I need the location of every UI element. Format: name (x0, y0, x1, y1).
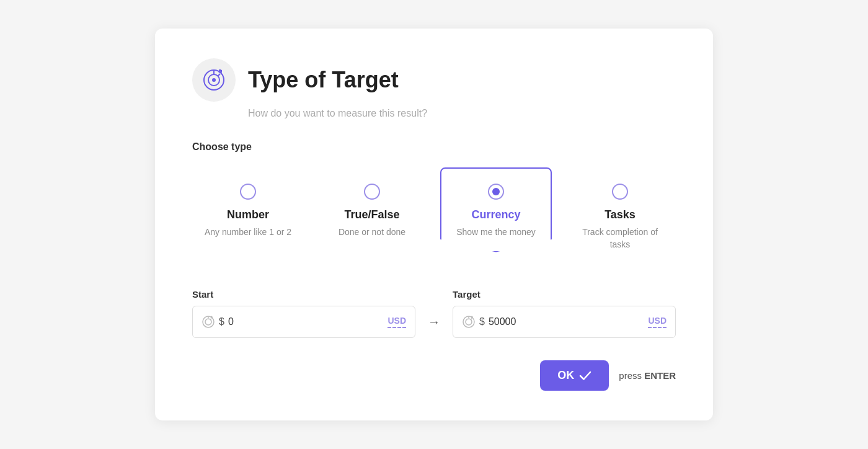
type-card-tasks[interactable]: Tasks Track completion of tasks (564, 167, 676, 264)
start-label: Start (192, 289, 415, 300)
type-desc-currency: Show me the money (456, 226, 536, 239)
start-input-group: Start $ USD (192, 289, 415, 338)
target-icon (203, 69, 225, 91)
type-name-number: Number (227, 208, 269, 221)
press-label: press (619, 370, 644, 381)
type-desc-truefalse: Done or not done (339, 226, 405, 239)
start-dollar: $ (219, 316, 224, 327)
target-input-box: $ USD (453, 306, 676, 338)
page-subtitle: How do you want to measure this result? (248, 108, 676, 119)
radio-currency-inner (492, 188, 500, 195)
inputs-row: Start $ USD → Target (192, 289, 676, 338)
target-currency[interactable]: USD (648, 316, 666, 328)
start-icon (202, 315, 215, 329)
page-title: Type of Target (248, 67, 399, 93)
radio-number (240, 184, 256, 200)
type-card-currency[interactable]: Currency Show me the money (440, 167, 552, 252)
target-input-group: Target $ USD (453, 289, 676, 338)
enter-label: ENTER (644, 370, 676, 381)
ok-label: OK (557, 369, 574, 382)
target-label: Target (453, 289, 676, 300)
type-card-truefalse[interactable]: True/False Done or not done (316, 167, 428, 252)
target-input-icon (462, 315, 476, 329)
arrow-icon: → (428, 315, 440, 329)
target-value-input[interactable] (489, 316, 649, 327)
svg-line-4 (218, 74, 220, 76)
start-currency[interactable]: USD (388, 316, 406, 328)
target-dollar: $ (479, 316, 485, 327)
type-options: Number Any number like 1 or 2 True/False… (192, 167, 676, 264)
type-desc-number: Any number like 1 or 2 (205, 226, 291, 239)
radio-tasks (612, 184, 628, 200)
radio-truefalse (364, 184, 380, 200)
section-label: Choose type (192, 141, 676, 153)
check-icon (579, 371, 591, 381)
header: Type of Target (192, 58, 676, 102)
type-card-number[interactable]: Number Any number like 1 or 2 (192, 167, 304, 252)
svg-line-11 (210, 319, 211, 320)
start-value-input[interactable] (228, 316, 388, 327)
radio-currency (488, 184, 504, 200)
press-enter-text: press ENTER (619, 370, 676, 381)
type-name-currency: Currency (471, 208, 520, 221)
svg-line-18 (471, 319, 472, 320)
start-input-box: $ USD (192, 306, 415, 338)
svg-point-2 (212, 78, 216, 82)
ok-button[interactable]: OK (540, 360, 609, 391)
header-icon-circle (192, 58, 236, 102)
footer: OK press ENTER (192, 360, 676, 391)
type-desc-tasks: Track completion of tasks (575, 226, 665, 251)
main-card: Type of Target How do you want to measur… (155, 29, 713, 420)
type-name-tasks: Tasks (604, 208, 636, 221)
type-name-truefalse: True/False (344, 208, 399, 221)
